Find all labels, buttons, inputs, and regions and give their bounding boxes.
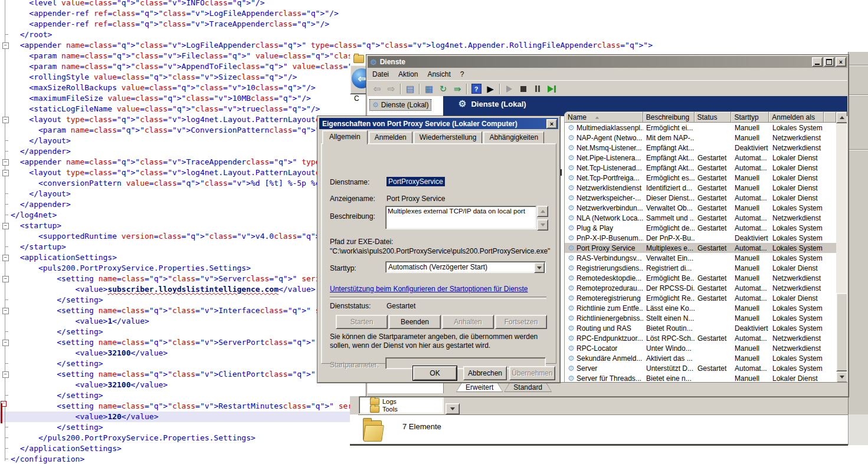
- scroll-thumb[interactable]: [836, 293, 847, 371]
- tab-wiederherstellung[interactable]: Wiederherstellung: [414, 131, 483, 144]
- collapse-box[interactable]: −: [2, 371, 9, 378]
- dialog-close-button[interactable]: ×: [546, 119, 557, 129]
- apply-button[interactable]: Übernehmen: [509, 366, 555, 380]
- description-textbox[interactable]: Multiplexes external TCP/IP data on loca…: [385, 206, 536, 229]
- stop-service-icon[interactable]: [517, 83, 530, 96]
- service-row[interactable]: ⚙ NetzwerklistendienstIdentifiziert d...…: [565, 183, 836, 193]
- close-button[interactable]: ×: [836, 57, 846, 67]
- service-row[interactable]: ⚙ Routing und RASBietet Routin...Deaktiv…: [565, 323, 836, 333]
- service-row[interactable]: ⚙ Net.Msmq-Listener...Empfängt Akt...Dea…: [565, 143, 836, 153]
- menu-aktion[interactable]: Aktion: [394, 69, 422, 80]
- folder-item-label[interactable]: Logs: [382, 398, 397, 405]
- service-row[interactable]: ⚙ Plug & PlayErmöglicht de...GestartetAu…: [565, 223, 836, 233]
- collapse-box[interactable]: −: [2, 223, 9, 229]
- collapse-box[interactable]: −: [2, 117, 9, 123]
- service-row[interactable]: ⚙ RPC-LocatorUnter Windo...ManuellNetzwe…: [565, 343, 836, 353]
- menu-help[interactable]: ?: [456, 69, 469, 80]
- export-list-icon[interactable]: ⇛: [451, 83, 464, 96]
- start-service-icon[interactable]: [503, 83, 516, 96]
- restart-service-icon[interactable]: [545, 83, 558, 96]
- collapse-box[interactable]: −: [2, 255, 9, 261]
- service-row[interactable]: ⚙ Remoteprozedurau...Der RPCSS-Di...Gest…: [565, 283, 836, 293]
- properties-icon[interactable]: ▦: [422, 83, 435, 96]
- scroll-up-button[interactable]: [836, 112, 847, 123]
- service-row[interactable]: ⚙ ServerUnterstützt D...GestartetAutomat…: [565, 363, 836, 373]
- service-row[interactable]: ⚙ RPC-Endpunktzuor...Löst RPC-Sch...Gest…: [565, 333, 836, 343]
- ok-button[interactable]: OK: [413, 366, 457, 380]
- pause-service-icon[interactable]: [531, 83, 544, 96]
- show-console-tree-icon[interactable]: ▤: [404, 83, 417, 96]
- service-row[interactable]: ⚙ Sekundäre Anmeld...Aktiviert das ...Ma…: [565, 353, 836, 363]
- tab-abhängigkeiten[interactable]: Abhängigkeiten: [483, 131, 544, 144]
- column-header-2[interactable]: Beschreibung: [643, 112, 695, 123]
- menu-datei[interactable]: Datei: [368, 69, 394, 80]
- service-row[interactable]: ⚙ Richtlinienergebniss...Stellt einen N.…: [565, 313, 836, 323]
- pause-button[interactable]: Anhalten: [442, 315, 494, 329]
- service-row[interactable]: ⚙ Richtlinie zum Entfe...Lässt eine Ko..…: [565, 303, 836, 313]
- minimize-button[interactable]: [812, 57, 823, 67]
- description-scroll-down-button[interactable]: [537, 219, 548, 231]
- cancel-button[interactable]: Abbrechen: [463, 366, 507, 380]
- code-line[interactable]: <level value=class="q">"class="v">INFOcl…: [0, 0, 868, 8]
- back-icon[interactable]: ⇦: [371, 83, 384, 96]
- refresh-icon[interactable]: ↻: [437, 83, 450, 96]
- stop-button[interactable]: Beenden: [389, 315, 441, 329]
- resume-button[interactable]: Fortsetzen: [495, 315, 547, 329]
- collapse-box[interactable]: −: [2, 340, 9, 346]
- service-row[interactable]: ⚙ Netzwerkspeicher-...Dieser Dienst...Ge…: [565, 193, 836, 203]
- scroll-down-button[interactable]: [836, 371, 847, 383]
- service-row[interactable]: ⚙ Netzwerkverbindun...Verwaltet Ob...Ges…: [565, 203, 836, 213]
- menu-ansicht[interactable]: Ansicht: [422, 69, 455, 80]
- service-row[interactable]: ⚙ Server für Threads...Bietet eine n...M…: [565, 373, 836, 383]
- service-row[interactable]: ⚙ Multimediaklassenpl...Ermöglicht ei...…: [565, 123, 836, 133]
- service-row[interactable]: ⚙ Net.Tcp-Portfreiga...Ermöglicht es...G…: [565, 173, 836, 183]
- startup-type-combobox[interactable]: Automatisch (Verzögerter Start): [385, 261, 546, 273]
- view-tab-erweitert[interactable]: Erweitert: [456, 383, 503, 392]
- collapse-box[interactable]: −: [2, 159, 9, 166]
- description-scroll-up-button[interactable]: [537, 206, 548, 217]
- collapse-box[interactable]: −: [2, 308, 9, 314]
- tab-anmelden[interactable]: Anmelden: [369, 131, 412, 144]
- service-row[interactable]: ⚙ NLA (Network Loca...Sammelt und ...Ges…: [565, 213, 836, 223]
- tree-item-dienste-lokal[interactable]: ⚙ Dienste (Lokal): [370, 100, 431, 110]
- service-row[interactable]: ⚙ PnP-X-IP-Busenum...Der PnP-X-Bu...Deak…: [565, 233, 836, 243]
- code-line[interactable]: <appender-ref ref=class="q">"class="v">L…: [0, 8, 868, 19]
- column-header-1[interactable]: Name: [565, 112, 643, 123]
- service-row[interactable]: ⚙ Registrierungsdiens...Registriert di..…: [565, 263, 836, 273]
- column-header-filler[interactable]: [824, 112, 836, 123]
- service-row[interactable]: ⚙ Net.Tcp-Listenerad...Empfängt Akt...Ge…: [565, 163, 836, 173]
- start-button[interactable]: Starten: [336, 315, 388, 329]
- forward-icon[interactable]: ⇨: [385, 83, 398, 96]
- service-row-selected[interactable]: ⚙ Port Proxy ServiceMultiplexes e...Gest…: [565, 243, 836, 253]
- tab-allgemein[interactable]: Allgemein: [322, 130, 368, 144]
- maximize-button[interactable]: [824, 57, 834, 67]
- startup-options-help-link[interactable]: Unterstützung beim Konfigurieren der Sta…: [330, 285, 528, 293]
- service-row[interactable]: ⚙ NAP-Agent (Netwo...Mit dem NAP-...Manu…: [565, 133, 836, 143]
- vertical-scrollbar[interactable]: [836, 112, 847, 383]
- service-name-value[interactable]: PortProxyService: [386, 177, 445, 186]
- column-header-5[interactable]: Anmelden als: [769, 112, 824, 123]
- code-line[interactable]: </root>: [0, 29, 868, 40]
- folder-item-label[interactable]: Tools: [382, 406, 398, 413]
- extended-view-icon[interactable]: ▶: [484, 83, 497, 96]
- view-tab-standard[interactable]: Standard: [504, 383, 552, 392]
- service-row[interactable]: ⚙ Remotedesktopdie...Ermöglicht Be...Ges…: [565, 273, 836, 283]
- column-header-3[interactable]: Status: [695, 112, 732, 123]
- service-row[interactable]: ⚙ RemoteregistrierungErmöglicht Re...Ges…: [565, 293, 836, 303]
- dialog-titlebar[interactable]: Eigenschaften von Port Proxy Service (Lo…: [319, 118, 558, 129]
- combobox-dropdown-button[interactable]: [534, 262, 545, 273]
- code-line[interactable]: </configuration>: [0, 454, 868, 464]
- explorer-folder-list[interactable]: Logs Tools: [359, 396, 444, 414]
- explorer-dropdown-button[interactable]: [446, 403, 460, 414]
- collapse-box[interactable]: −: [2, 276, 9, 282]
- help-icon[interactable]: ?: [470, 83, 483, 96]
- service-row[interactable]: ⚙ Net.Pipe-Listenera...Empfängt Akt...Ge…: [565, 153, 836, 163]
- service-row[interactable]: ⚙ RAS-Verbindungsv...Verwaltet Ein...Man…: [565, 253, 836, 263]
- column-header-4[interactable]: Starttyp: [731, 112, 769, 123]
- code-line[interactable]: <appender name=class="q">"class="v">LogF…: [0, 40, 868, 51]
- editor-outline-margin[interactable]: −−−−−−−−−− −: [0, 0, 11, 464]
- collapse-box[interactable]: −: [2, 42, 9, 49]
- collapse-box[interactable]: −: [2, 170, 9, 176]
- code-line[interactable]: <appender-ref ref=class="q">"class="v">T…: [0, 19, 868, 29]
- services-titlebar[interactable]: ⚙ Dienste ×: [368, 56, 847, 68]
